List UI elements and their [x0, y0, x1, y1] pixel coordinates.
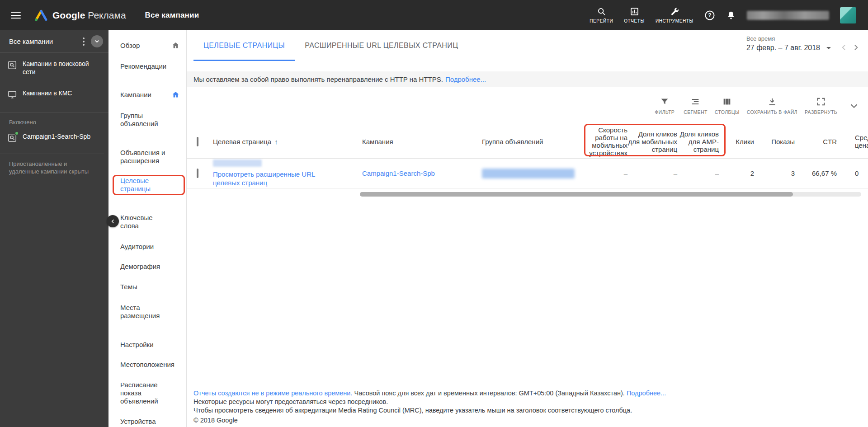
cell-campaign: Campaign1-Search-Spb	[362, 169, 482, 177]
sidebar-item-landing-pages[interactable]: Целевые страницы	[108, 177, 186, 193]
sidebar-item-ad-groups[interactable]: Группы объявлений	[108, 112, 186, 128]
home-icon	[171, 41, 180, 50]
help-button[interactable]: ?	[704, 10, 715, 21]
footer-line-2: Некоторые ресурсы могут предоставляться …	[193, 398, 666, 406]
download-icon	[767, 97, 777, 107]
cell-landing-page: Просмотреть расширенные URL целевых стра…	[213, 160, 362, 187]
date-range-button[interactable]: Все время 27 февр. – 7 авг. 2018	[746, 35, 831, 52]
goto-button[interactable]: ПЕРЕЙТИ	[590, 7, 613, 23]
brand-name: GoogleРеклама	[52, 10, 126, 21]
account-info-redacted[interactable]	[747, 11, 829, 20]
horizontal-scrollbar	[187, 192, 868, 197]
drawer-item-search-campaigns[interactable]: Кампании в поисковой сети	[0, 53, 108, 82]
sidebar-item-settings[interactable]: Настройки	[108, 341, 186, 349]
tab-expanded-urls[interactable]: РАСШИРЕННЫЕ URL ЦЕЛЕВЫХ СТРАНИЦ	[295, 30, 468, 61]
view-expanded-urls-link[interactable]: Просмотреть расширенные URL целевых стра…	[213, 170, 342, 187]
notifications-bell-icon[interactable]	[726, 10, 736, 20]
column-header-avg-price-clipped[interactable]: Средняя цена	[837, 134, 868, 149]
expand-button[interactable]: РАЗВЕРНУТЬ	[805, 97, 837, 115]
sidebar-item-locations[interactable]: Местоположения	[108, 361, 186, 369]
tools-button[interactable]: ИНСТРУМЕНТЫ	[656, 7, 693, 23]
reports-button[interactable]: ОТЧЕТЫ	[624, 7, 645, 23]
sidebar-item-ad-schedule[interactable]: Расписание показа объявлений	[108, 381, 186, 405]
sidebar-item-devices[interactable]: Устройства	[108, 418, 186, 426]
date-value: 27 февр. – 7 авг. 2018	[746, 44, 820, 52]
column-header-impressions[interactable]: Показы	[754, 138, 795, 145]
enabled-status-dot	[14, 131, 19, 136]
columns-button[interactable]: СТОЛБЦЫ	[715, 97, 740, 115]
column-header-mobile-speed[interactable]: Скорость работы на мобильных устройствах	[585, 126, 627, 157]
google-ads-logo[interactable]: GoogleРеклама	[34, 9, 126, 22]
sidebar-item-audiences[interactable]: Аудитории	[108, 243, 186, 251]
sidebar-item-recommendations[interactable]: Рекомендации	[108, 62, 186, 70]
svg-text:?: ?	[708, 12, 711, 19]
drawer-expand-button[interactable]	[91, 35, 103, 47]
select-all-checkbox[interactable]	[197, 137, 198, 146]
column-header-ctr[interactable]: CTR	[795, 138, 837, 145]
kebab-menu-icon[interactable]	[78, 35, 89, 48]
cell-mobile-speed: –	[585, 169, 627, 177]
segment-button[interactable]: СЕГМЕНТ	[684, 97, 708, 115]
redacted-landing-url	[213, 160, 262, 167]
caret-down-icon	[826, 47, 831, 49]
column-header-ad-group[interactable]: Группа объявлений	[482, 138, 585, 145]
column-header-campaign[interactable]: Кампания	[362, 138, 482, 145]
enabled-label: Включено	[0, 118, 108, 126]
filter-icon	[660, 97, 670, 107]
row-checkbox[interactable]	[197, 169, 198, 178]
segment-icon	[690, 97, 700, 107]
table-header-row: Целевая страница↑ Кампания Группа объявл…	[187, 125, 868, 159]
drawer-item-display-campaigns[interactable]: Кампании в КМС	[0, 82, 108, 106]
sidebar-item-keywords[interactable]: Ключевые слова	[108, 214, 186, 230]
footer-line-3: Чтобы просмотреть сведения об аккредитац…	[193, 406, 666, 415]
collapse-toolbar-chevron-icon[interactable]	[848, 100, 860, 112]
sidebar-item-campaigns[interactable]: Кампании	[108, 91, 186, 99]
drawer-item-campaign1[interactable]: Campaign1-Search-Spb	[0, 126, 108, 149]
column-header-landing-page[interactable]: Целевая страница↑	[213, 138, 362, 145]
reports-icon	[630, 7, 639, 16]
tab-landing-pages[interactable]: ЦЕЛЕВЫЕ СТРАНИЦЫ	[193, 30, 295, 61]
topbar: GoogleРеклама Все кампании ПЕРЕЙТИ ОТЧЕТ…	[0, 0, 868, 30]
menu-icon[interactable]	[11, 12, 21, 19]
sidebar-item-overview[interactable]: Обзор	[108, 42, 186, 50]
realtime-reports-link[interactable]: Отчеты создаются не в режиме реального в…	[193, 389, 352, 397]
campaign-link[interactable]: Campaign1-Search-Spb	[362, 169, 435, 177]
cell-ad-group	[482, 169, 585, 178]
home-icon-blue	[171, 90, 180, 99]
sidebar-item-ads-extensions[interactable]: Объявления и расширения	[108, 149, 186, 165]
copyright: © 2018 Google	[193, 416, 666, 425]
ads-triangle-icon	[34, 9, 48, 22]
sidebar-item-demographics[interactable]: Демография	[108, 263, 186, 271]
filter-button[interactable]: ФИЛЬТР	[653, 97, 676, 115]
collapse-nav-button[interactable]	[107, 215, 119, 227]
https-redirect-notice: Мы оставляем за собой право выполнять пе…	[187, 71, 868, 87]
notice-learn-more-link[interactable]: Подробнее...	[445, 75, 486, 83]
section-nav: Обзор Рекомендации Кампании Группы объяв…	[108, 30, 187, 427]
search-campaign-icon	[7, 133, 17, 143]
sort-ascending-icon: ↑	[274, 138, 278, 145]
avatar[interactable]	[840, 7, 856, 23]
drawer-title: Все кампании	[9, 38, 78, 45]
columns-icon	[722, 97, 732, 107]
cell-avg-price-clipped: 0	[837, 169, 868, 177]
column-header-clicks[interactable]: Клики	[719, 138, 754, 145]
column-header-mobile-clicks-share[interactable]: Доля кликов для мобильных страниц	[627, 130, 677, 153]
column-header-amp-clicks-share[interactable]: Доля кликов для AMP-страниц	[677, 130, 719, 153]
footer-line-1: Отчеты создаются не в режиме реального в…	[193, 389, 666, 398]
topbar-actions: ПЕРЕЙТИ ОТЧЕТЫ ИНСТРУМЕНТЫ ?	[590, 7, 868, 23]
drawer-header: Все кампании	[0, 30, 108, 53]
campaign-drawer: Все кампании Кампании в поисковой сети К…	[0, 30, 108, 427]
next-period-icon[interactable]	[851, 42, 861, 52]
search-icon	[597, 7, 606, 16]
previous-period-icon[interactable]	[839, 42, 849, 52]
scrollbar-thumb[interactable]	[360, 192, 793, 197]
cell-clicks: 2	[719, 169, 754, 177]
date-nav	[839, 42, 861, 52]
sidebar-item-topics[interactable]: Темы	[108, 283, 186, 291]
main-content: ЦЕЛЕВЫЕ СТРАНИЦЫ РАСШИРЕННЫЕ URL ЦЕЛЕВЫХ…	[187, 30, 868, 427]
page-title: Все кампании	[145, 11, 199, 20]
download-button[interactable]: СОХРАНИТЬ В ФАЙЛ	[747, 97, 797, 115]
footer-learn-more-link[interactable]: Подробнее...	[627, 389, 666, 397]
date-preset: Все время	[746, 35, 831, 42]
sidebar-item-placements[interactable]: Места размещения	[108, 304, 186, 320]
